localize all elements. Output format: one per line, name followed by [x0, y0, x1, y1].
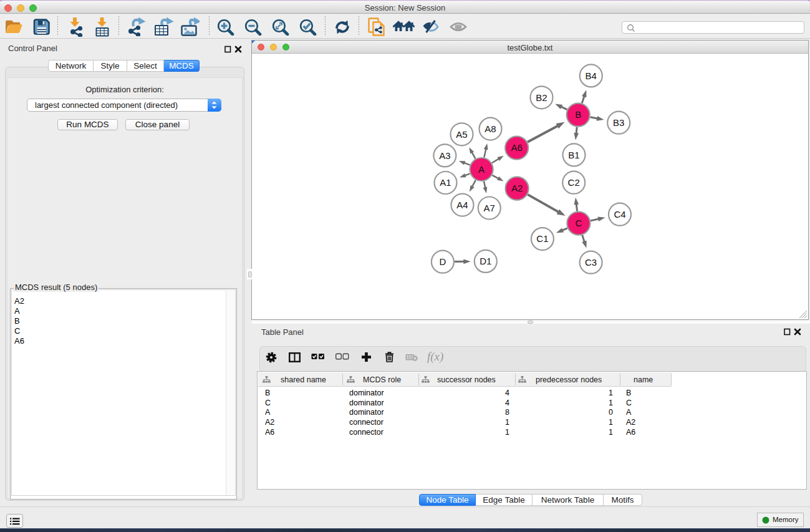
svg-text:A5: A5	[456, 129, 467, 140]
svg-text:A4: A4	[456, 200, 468, 210]
svg-text:A2: A2	[511, 183, 523, 193]
svg-text:C: C	[575, 218, 582, 228]
svg-text:C4: C4	[614, 209, 625, 220]
svg-text:A1: A1	[440, 177, 451, 188]
svg-text:D1: D1	[480, 256, 491, 266]
svg-text:B3: B3	[613, 117, 624, 128]
svg-text:A8: A8	[485, 123, 496, 134]
svg-text:C1: C1	[536, 233, 548, 244]
svg-text:D: D	[439, 256, 446, 267]
svg-text:C2: C2	[568, 177, 580, 188]
svg-text:A7: A7	[484, 203, 495, 213]
svg-text:A3: A3	[439, 150, 450, 161]
svg-text:B2: B2	[536, 92, 547, 103]
svg-text:A: A	[478, 164, 485, 175]
svg-text:C3: C3	[585, 257, 597, 268]
svg-text:B4: B4	[586, 70, 597, 81]
svg-text:A6: A6	[511, 142, 523, 153]
svg-text:B: B	[575, 109, 581, 120]
svg-text:B1: B1	[568, 150, 579, 160]
